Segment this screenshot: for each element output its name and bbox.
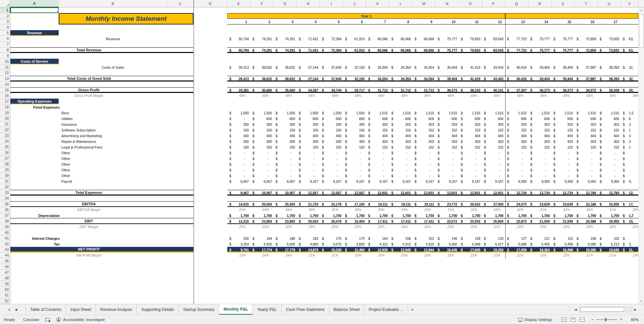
row-header-39[interactable]: 39 xyxy=(0,224,10,230)
cell[interactable]: 31% xyxy=(482,224,505,230)
cell[interactable]: $606 xyxy=(459,116,482,121)
cell[interactable]: $- xyxy=(598,150,621,156)
cell[interactable]: $- xyxy=(343,161,366,167)
cell[interactable]: $29,717 xyxy=(343,87,366,93)
row-header-7[interactable]: 7 xyxy=(0,42,10,47)
page-layout-view-icon[interactable] xyxy=(571,318,576,322)
column-header-U[interactable]: U xyxy=(598,0,621,7)
cell[interactable]: $152 xyxy=(598,127,621,133)
column-header-J[interactable]: J xyxy=(343,0,366,7)
cell[interactable]: $72,859 xyxy=(575,47,598,53)
cell[interactable]: $10,067 xyxy=(250,190,274,196)
zoom-in-button[interactable]: + xyxy=(620,317,623,322)
cell[interactable]: $5,926 xyxy=(274,241,297,247)
row-label[interactable]: Other xyxy=(61,156,70,161)
cell[interactable]: 28% xyxy=(621,207,638,213)
cell[interactable]: $152 xyxy=(551,127,575,133)
cell[interactable]: $9,300 xyxy=(505,178,528,184)
cell[interactable]: $41,419 xyxy=(459,76,482,82)
cell[interactable]: $606 xyxy=(389,116,412,121)
macro-record-icon[interactable] xyxy=(45,318,50,321)
cell[interactable]: $303 xyxy=(598,121,621,127)
row-label[interactable]: Software Subscription xyxy=(61,127,96,133)
row-header-37[interactable]: 37 xyxy=(0,213,10,218)
cell[interactable]: $1,515 xyxy=(482,110,505,116)
row-header-43[interactable]: 43 xyxy=(0,247,10,253)
cell[interactable]: $- xyxy=(551,150,575,156)
cell[interactable]: $72,859 xyxy=(575,36,598,42)
row-label[interactable]: Revenue xyxy=(59,36,167,42)
row-header-31[interactable]: 31 xyxy=(0,178,10,184)
sheet-tab-balance-sheet[interactable]: Balance Sheet xyxy=(329,304,364,315)
row-header-19[interactable]: 19 xyxy=(0,110,10,116)
cell[interactable]: $37,307 xyxy=(505,87,528,93)
cell[interactable]: $20,478 xyxy=(320,218,343,224)
cell[interactable]: $43,443 xyxy=(482,76,505,82)
cell[interactable]: $152 xyxy=(505,144,528,150)
cell[interactable]: $303 xyxy=(575,121,598,127)
cell[interactable]: $83,543 xyxy=(482,47,505,53)
cell[interactable]: $404 xyxy=(389,133,412,139)
cell[interactable]: $400 xyxy=(227,133,250,139)
cell[interactable]: $3,254 xyxy=(227,241,250,247)
row-header-30[interactable]: 30 xyxy=(0,173,10,178)
row-header-12[interactable]: 12 xyxy=(0,70,10,76)
cell[interactable]: 22% xyxy=(505,253,528,258)
cell[interactable]: $5,095 xyxy=(575,241,598,247)
cell[interactable]: $37,144 xyxy=(297,76,320,82)
row-label[interactable]: Other xyxy=(61,173,70,178)
row-header-21[interactable]: 21 xyxy=(0,121,10,127)
cell[interactable]: $9,167 xyxy=(482,178,505,184)
cell[interactable]: $300 xyxy=(227,121,250,127)
cell[interactable]: $34,354 xyxy=(412,64,435,70)
cell[interactable]: $303 xyxy=(459,121,482,127)
cell[interactable]: $200 xyxy=(227,235,250,241)
cell[interactable]: $73,832 xyxy=(598,47,621,53)
row-label[interactable]: EBIT xyxy=(10,218,167,223)
cell[interactable]: $9,167 xyxy=(320,178,343,184)
cell[interactable]: $1,500 xyxy=(227,110,250,116)
cell[interactable]: $14,915 xyxy=(227,201,250,207)
cell[interactable]: $34,354 xyxy=(389,64,412,70)
cell[interactable]: $1,500 xyxy=(320,110,343,116)
cell[interactable]: 48% xyxy=(297,93,320,99)
cell[interactable]: $32, xyxy=(621,76,638,82)
cell[interactable]: $303 xyxy=(366,139,389,144)
cell[interactable]: $75,777 xyxy=(551,47,575,53)
cell[interactable]: $176 xyxy=(320,235,343,241)
cell[interactable]: $21,939 xyxy=(528,218,551,224)
cell[interactable]: $606 xyxy=(505,116,528,121)
sheet-tab-supporting-details[interactable]: Supporting Details xyxy=(137,304,179,315)
cell[interactable]: $1,700 xyxy=(598,213,621,218)
cell[interactable]: $- xyxy=(320,167,343,173)
cell[interactable]: $ xyxy=(621,235,638,241)
cell[interactable]: $- xyxy=(459,150,482,156)
cell[interactable]: $37,887 xyxy=(575,76,598,82)
row-label[interactable]: Net Profit Margin xyxy=(10,253,167,258)
cell[interactable]: $1,700 xyxy=(250,213,274,218)
cell[interactable]: $5,213 xyxy=(598,241,621,247)
cell[interactable]: $5,948 xyxy=(459,241,482,247)
cell[interactable]: $300 xyxy=(320,121,343,127)
row-label[interactable]: Advertising and Marketing xyxy=(61,133,102,139)
cell[interactable]: $3, xyxy=(621,241,638,247)
cell[interactable]: 29% xyxy=(528,224,551,230)
cell[interactable]: $300 xyxy=(343,121,366,127)
cell[interactable]: $61,910 xyxy=(343,36,366,42)
cell[interactable]: $1,700 xyxy=(575,213,598,218)
row-header-48[interactable]: 48 xyxy=(0,275,10,281)
cell[interactable]: $- xyxy=(459,173,482,178)
cell[interactable]: $75,777 xyxy=(528,36,551,42)
sheet-title[interactable]: Monthly Income Statement xyxy=(59,13,193,24)
cell[interactable]: $300 xyxy=(297,121,320,127)
cell[interactable]: $- xyxy=(505,156,528,161)
cell[interactable]: $36,373 xyxy=(435,87,459,93)
cell[interactable]: $303 xyxy=(435,121,459,127)
cell[interactable]: $12,567 xyxy=(297,190,320,196)
cell[interactable]: $74,291 xyxy=(274,47,297,53)
cell[interactable]: 26% xyxy=(389,224,412,230)
cell[interactable]: $152 xyxy=(482,127,505,133)
cell[interactable]: $25,593 xyxy=(250,201,274,207)
cell[interactable]: $23,639 xyxy=(551,201,575,207)
cell[interactable]: $- xyxy=(575,161,598,167)
